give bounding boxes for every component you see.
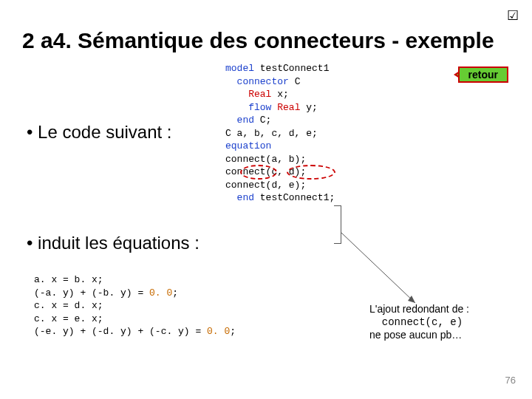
eq-line: c. x = e. x; (34, 313, 236, 326)
bracket-icon (334, 205, 341, 244)
kw-model: model (225, 63, 254, 74)
code-connect-line: connect(d, e); (225, 179, 335, 192)
eq-line: (-e. y) + (-d. y) + (-c. y) = (34, 326, 207, 337)
arrow-to-note (341, 233, 423, 314)
kw-end: end (237, 192, 254, 203)
type-real: Real (277, 102, 300, 113)
eq-line: ; (172, 287, 178, 299)
eq-number: 0. 0 (149, 287, 172, 299)
code-block-equations: a. x = b. x; (-a. y) + (-b. y) = 0. 0; c… (34, 273, 236, 338)
eq-line: c. x = d. x; (34, 299, 236, 313)
code-text: C; (254, 115, 271, 126)
checkbox-icon: ☑ (507, 7, 519, 24)
eq-line: a. x = b. x; (34, 273, 236, 287)
svg-line-0 (341, 233, 415, 303)
retour-button[interactable]: retour (458, 66, 508, 83)
highlight-ellipse-ab (240, 165, 277, 180)
kw-flow: flow (248, 102, 277, 113)
code-text: C (289, 76, 301, 87)
code-block-model: model testConnect1 connector C Real x; f… (225, 62, 335, 205)
eq-line: ; (230, 326, 236, 337)
code-text: testConnect1; (254, 192, 335, 203)
code-text: y; (300, 102, 317, 113)
code-decl-line: C a, b, c, d, e; (225, 127, 335, 140)
code-connect-line: connect(a, b); (225, 153, 335, 166)
bullet-induit-equations: induit les équations : (27, 233, 200, 253)
kw-end: end (237, 115, 254, 126)
type-real: Real (248, 89, 271, 100)
highlight-ellipse-cde (287, 165, 335, 180)
bullet-le-code-suivant: Le code suivant : (27, 122, 172, 143)
eq-number: 0. 0 (207, 326, 230, 337)
code-text: x; (271, 89, 288, 100)
note-code: connect(c, e) (369, 316, 469, 330)
kw-equation: equation (225, 140, 271, 151)
note-line: ne pose aucun pb… (369, 329, 469, 342)
note-line: L'ajout redondant de : (369, 303, 469, 316)
kw-connector: connector (237, 76, 289, 87)
annotation-note: L'ajout redondant de : connect(c, e) ne … (369, 303, 469, 342)
page-title: 2 a4. Sémantique des connecteurs - exemp… (22, 28, 494, 53)
eq-line: (-a. y) + (-b. y) = (34, 287, 149, 299)
page-number: 76 (505, 375, 516, 386)
code-text: testConnect1 (254, 63, 329, 74)
